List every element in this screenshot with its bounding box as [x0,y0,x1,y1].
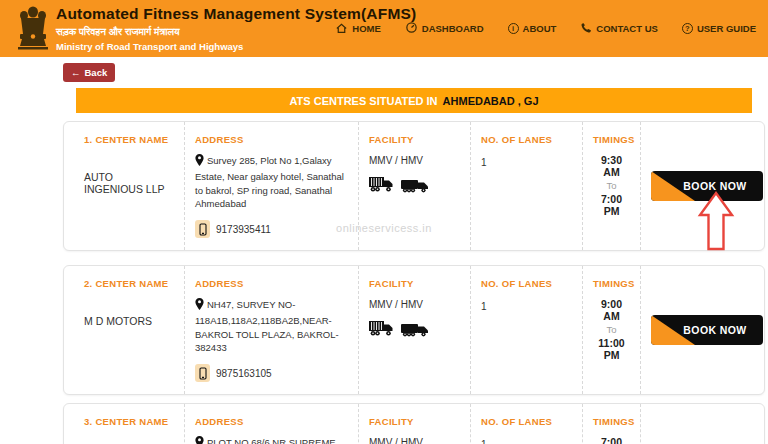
nav-about[interactable]: i ABOUT [508,23,557,34]
back-arrow-icon: ← [71,67,81,78]
lanes-value: 1 [481,157,572,168]
nav-about-label: ABOUT [523,23,557,34]
app-header: Automated Fitness Management System(AFMS… [0,0,768,57]
timing-open: 9:30 AM [593,154,630,178]
ats-centre-card: 3. CENTER NAME NEPTUNE FOAM ADDRESS PLOT… [63,403,765,444]
lorry-truck-icon [401,178,430,197]
address-header: ADDRESS [195,134,348,145]
timing-separator: To [593,180,630,191]
location-pin-icon [195,436,204,444]
facility-cell: FACILITY MMV / HMV [359,122,471,250]
facility-cell: FACILITY MMV / HMV [359,266,471,394]
timings-cell: TIMINGS 7:00 AM To 11:30 PM [583,404,641,444]
address-header: ADDRESS [195,278,348,289]
banner-prefix: ATS CENTRES SITUATED IN [289,95,437,107]
nav-contact-label: CONTACT US [596,23,658,34]
facility-cell: FACILITY MMV / HMV [359,404,471,444]
back-label: Back [85,67,108,78]
timings-cell: TIMINGS 9:30 AM To 7:00 PM [583,122,641,250]
timings-header: TIMINGS [593,416,630,427]
ats-centre-card: 2. CENTER NAME M D MOTORS ADDRESS NH47, … [63,265,765,395]
book-now-button[interactable]: BOOK NOW [651,315,763,345]
facility-value: MMV / HMV [369,155,460,166]
facility-icons [369,176,460,197]
nav-dashboard-label: DASHBOARD [422,23,484,34]
timings-cell: TIMINGS 9:00 AM To 11:00 PM [583,266,641,394]
lanes-cell: NO. OF LANES 1 [471,266,583,394]
center-name-cell: 1. CENTER NAME AUTO INGENIOUS LLP [64,122,185,250]
timing-separator: To [593,324,630,335]
center-name-cell: 3. CENTER NAME NEPTUNE FOAM [64,404,185,444]
address-text: Survey 285, Plot No 1,Galaxy Estate, Nea… [195,155,344,209]
ribbed-truck-icon [369,176,396,197]
nav-user-guide[interactable]: ? USER GUIDE [682,23,756,34]
book-now-button[interactable]: BOOK NOW [651,171,763,201]
timing-open: 7:00 AM [593,436,630,444]
nav-contact[interactable]: CONTACT US [580,22,658,36]
question-icon: ? [682,23,693,34]
center-name-header: 1. CENTER NAME [84,134,174,145]
address-value: Survey 285, Plot No 1,Galaxy Estate, Nea… [195,154,348,211]
india-emblem-icon [16,6,50,56]
address-text: PLOT NO 68/6 NR SUPREME HOTEL, S P RING … [195,437,336,444]
nav-home[interactable]: HOME [335,22,381,36]
timing-close: 11:00 PM [593,337,630,361]
nav-home-label: HOME [352,23,381,34]
info-icon: i [508,23,519,34]
nav-dashboard[interactable]: DASHBOARD [405,21,484,36]
facility-icons [369,320,460,341]
dashboard-icon [405,21,418,36]
home-icon [335,22,348,36]
timing-box: 9:00 AM To 11:00 PM [593,298,630,361]
ats-centre-card: 1. CENTER NAME AUTO INGENIOUS LLP ADDRES… [63,121,765,251]
address-cell: ADDRESS Survey 285, Plot No 1,Galaxy Est… [185,122,359,250]
page: Automated Fitness Management System(AFMS… [0,0,768,444]
location-pin-icon [195,298,204,314]
mobile-phone-icon [195,220,210,238]
lanes-header: NO. OF LANES [481,416,572,427]
phone-number: 9875163105 [216,368,272,379]
center-name-value: M D MOTORS [84,315,174,327]
page-title-banner: ATS CENTRES SITUATED IN AHMEDABAD , GJ [76,88,752,113]
main-nav: HOME DASHBOARD i ABOUT [335,0,756,57]
lanes-value: 1 [481,301,572,312]
lanes-cell: NO. OF LANES 1 [471,122,583,250]
address-cell: ADDRESS PLOT NO 68/6 NR SUPREME HOTEL, S… [185,404,359,444]
address-text: NH47, SURVEY NO-118A1B,118A2,118BA2B,NEA… [195,299,339,353]
content-container: ← Back ATS CENTRES SITUATED IN AHMEDABAD… [63,57,765,444]
ribbed-truck-icon [369,320,396,341]
banner-location: AHMEDABAD , GJ [443,95,539,107]
center-name-cell: 2. CENTER NAME M D MOTORS [64,266,185,394]
location-pin-icon [195,154,204,170]
phone-icon [580,22,592,36]
address-header: ADDRESS [195,416,348,427]
nav-user-guide-label: USER GUIDE [697,23,756,34]
facility-header: FACILITY [369,278,460,289]
facility-header: FACILITY [369,134,460,145]
book-now-label: BOOK NOW [683,324,746,336]
phone-row: 9875163105 [195,364,348,382]
center-name-header: 2. CENTER NAME [84,278,174,289]
address-value: NH47, SURVEY NO-118A1B,118A2,118BA2B,NEA… [195,298,348,355]
lanes-header: NO. OF LANES [481,134,572,145]
address-cell: ADDRESS NH47, SURVEY NO-118A1B,118A2,118… [185,266,359,394]
book-now-label: BOOK NOW [683,180,746,192]
lanes-header: NO. OF LANES [481,278,572,289]
timings-header: TIMINGS [593,278,630,289]
phone-number: 9173935411 [216,224,271,235]
lorry-truck-icon [401,322,430,341]
timing-box: 7:00 AM To 11:30 PM [593,436,630,444]
back-button[interactable]: ← Back [63,63,115,82]
facility-value: MMV / HMV [369,299,460,310]
book-cell: BOOK NOW [641,122,768,250]
timing-close: 7:00 PM [593,193,630,217]
book-cell: BOOK NOW [641,404,768,444]
phone-row: 9173935411 [195,220,348,238]
facility-header: FACILITY [369,416,460,427]
lanes-value: 1 [481,439,572,444]
book-cell: BOOK NOW [641,266,768,394]
lanes-cell: NO. OF LANES 1 [471,404,583,444]
facility-value: MMV / HMV [369,437,460,444]
timings-header: TIMINGS [593,134,630,145]
timing-box: 9:30 AM To 7:00 PM [593,154,630,217]
